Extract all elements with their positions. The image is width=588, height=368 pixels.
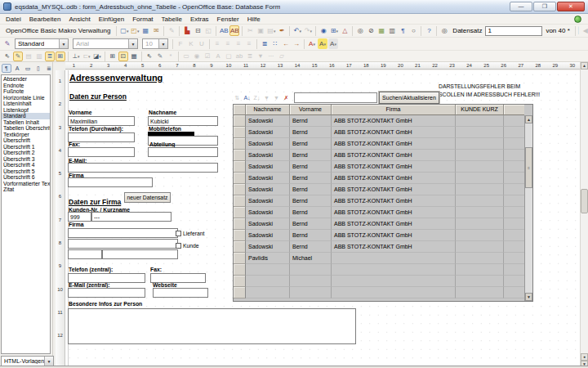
font-name-select[interactable]: Arial▼	[73, 38, 138, 49]
abteilung-input[interactable]	[148, 147, 218, 157]
macro-management-button[interactable]: OpenOffice Basic Makro Verwaltung	[2, 26, 114, 35]
search-refresh-button[interactable]: Suchen/Aktualisieren	[379, 92, 439, 104]
highlighting-icon[interactable]: A▾	[318, 38, 327, 49]
menu-item[interactable]: Ansicht	[65, 16, 94, 23]
decrease-indent-icon[interactable]: ←	[281, 38, 291, 49]
reset-filter-icon[interactable]: ✗	[282, 93, 291, 103]
nachname-input[interactable]	[148, 116, 218, 126]
scrollbar-thumb[interactable]	[525, 147, 532, 188]
chevron-down-icon[interactable]: ▼	[128, 39, 137, 48]
kurzname-input[interactable]	[91, 212, 172, 222]
table-row[interactable]: Pavlidis Michael	[234, 253, 524, 264]
anchor-icon[interactable]: ⊥▾	[71, 52, 81, 61]
page-styles-icon[interactable]: ▯	[33, 64, 43, 73]
justify-icon[interactable]: ≡	[244, 38, 254, 49]
table-row[interactable]: Sadowski Bernd ABB STOTZ-KONTAKT GmbH	[234, 241, 524, 253]
open-document-icon[interactable]: ◰▾	[130, 25, 140, 36]
column-header-firma[interactable]: Firma	[332, 105, 456, 115]
label-field-icon[interactable]: A	[213, 52, 223, 61]
autofilter-icon[interactable]: ▼	[262, 93, 271, 103]
format-paintbrush-icon[interactable]: ✒	[277, 25, 287, 36]
show-grid-icon[interactable]: ⊞	[108, 52, 118, 61]
style-item[interactable]: Überschrift 2	[2, 150, 50, 156]
chevron-down-icon[interactable]: ▼	[44, 357, 53, 366]
background-color-icon[interactable]: A▾	[328, 38, 338, 49]
column-header-vorname[interactable]: Vorname	[290, 105, 332, 115]
menu-item[interactable]: Bearbeiten	[25, 16, 65, 23]
row-header-cell[interactable]	[234, 241, 246, 253]
first-record-icon[interactable]: ▏◀	[578, 25, 588, 36]
row-header-cell[interactable]	[234, 287, 246, 298]
new-record-button[interactable]: neuer Datensatz	[124, 192, 171, 203]
menu-item[interactable]: Einfügen	[95, 16, 129, 23]
table-row[interactable]: Sadowski Bernd ABB STOTZ-KONTAKT GmbH	[234, 230, 524, 241]
row-header-cell[interactable]	[234, 195, 246, 207]
navigator-icon[interactable]: ⊘	[366, 25, 376, 36]
checkbox-icon[interactable]	[176, 243, 181, 249]
row-header-cell[interactable]	[234, 218, 246, 230]
hyperlink-icon[interactable]: ◉	[318, 25, 328, 36]
table-row[interactable]: Sadowski Bernd ABB STOTZ-KONTAKT GmbH	[234, 218, 524, 230]
bold-icon[interactable]: F	[176, 38, 185, 49]
ort-input[interactable]	[102, 249, 178, 259]
redo-icon[interactable]: ↷▾	[303, 25, 313, 36]
row-header-cell[interactable]	[234, 276, 246, 287]
row-header-cell[interactable]	[234, 161, 246, 173]
snap-to-grid-icon[interactable]: ⊡	[118, 52, 128, 61]
increase-indent-icon[interactable]: →	[292, 38, 301, 49]
control-properties-icon[interactable]: ▤	[24, 52, 33, 61]
style-item[interactable]: Vorformatierter Text	[2, 181, 50, 187]
kunden-nr-input[interactable]	[68, 212, 91, 222]
style-item[interactable]: Überschrift 6	[2, 174, 50, 181]
align-right-icon[interactable]: ≡	[234, 38, 243, 49]
document-scrollbar[interactable]: ▲ ● ▼	[580, 62, 588, 368]
nonprinting-characters-icon[interactable]: ¶	[398, 25, 408, 36]
firma-zeile2-input[interactable]	[68, 239, 178, 249]
font-size-select[interactable]: 10▼	[142, 38, 168, 49]
insert-table-icon[interactable]: ⊞▾	[329, 25, 339, 36]
draw-functions-icon[interactable]: △	[340, 25, 350, 36]
style-item[interactable]: Listenkopf	[2, 107, 50, 114]
page-preview-icon[interactable]: ◱	[203, 25, 213, 36]
row-header-cell[interactable]	[234, 184, 246, 195]
spellcheck-icon[interactable]: AB	[219, 25, 229, 36]
chevron-down-icon[interactable]: ▼	[158, 39, 167, 48]
form-navigator-icon[interactable]: ≣	[45, 52, 55, 61]
send-email-icon[interactable]: ✉	[151, 25, 161, 36]
style-item[interactable]: Überschrift	[2, 137, 50, 144]
print-icon[interactable]: ⊟	[193, 25, 203, 36]
firma-zeile1-input[interactable]	[68, 228, 178, 238]
record-number-input[interactable]	[485, 26, 542, 36]
table-row[interactable]: Sadowski Bernd ABB STOTZ-KONTAKT GmbH	[234, 195, 524, 207]
arrange-icon[interactable]: ◪▾	[92, 52, 102, 61]
style-item[interactable]: Überschrift 5	[2, 168, 50, 175]
menu-item[interactable]: Tabelle	[158, 16, 186, 23]
auto-spellcheck-icon[interactable]: AB	[229, 25, 239, 36]
gallery-icon[interactable]: ▦	[376, 25, 386, 36]
underline-icon[interactable]: U	[197, 38, 207, 49]
find-record-icon[interactable]: ◎	[439, 25, 449, 36]
sort-icon[interactable]: ⇅	[233, 93, 242, 103]
menu-item[interactable]: Extras	[186, 16, 213, 23]
check-box-icon[interactable]: ☑	[203, 52, 212, 61]
vorname-input[interactable]	[68, 116, 135, 126]
save-icon[interactable]: ▦	[140, 25, 150, 36]
form-properties-icon[interactable]: ▥	[34, 52, 44, 61]
copy-icon[interactable]: ▣	[256, 25, 265, 36]
combo-box-icon[interactable]: ▼	[256, 52, 265, 61]
webseite-input[interactable]	[153, 288, 208, 298]
row-header-cell[interactable]	[234, 173, 246, 184]
update-style-icon[interactable]: ✎	[2, 38, 12, 49]
menu-item[interactable]: Hilfe	[243, 16, 265, 23]
kunde-checkbox[interactable]: Kunde	[176, 243, 199, 249]
scroll-up-icon[interactable]: ▲	[525, 115, 532, 123]
help-icon[interactable]: ?	[424, 25, 434, 36]
menu-item[interactable]: Fenster	[213, 16, 243, 23]
table-row[interactable]: Sadowski Bernd ABB STOTZ-KONTAKT GmbH	[234, 138, 524, 150]
style-item[interactable]: Textkörper	[2, 132, 50, 138]
plz-input[interactable]	[68, 249, 102, 259]
row-header-cell[interactable]	[234, 138, 246, 150]
font-color-icon[interactable]: A▾	[307, 38, 317, 49]
scroll-down-icon[interactable]: ▼	[525, 293, 532, 301]
list-styles-icon[interactable]: ≣	[44, 64, 54, 73]
